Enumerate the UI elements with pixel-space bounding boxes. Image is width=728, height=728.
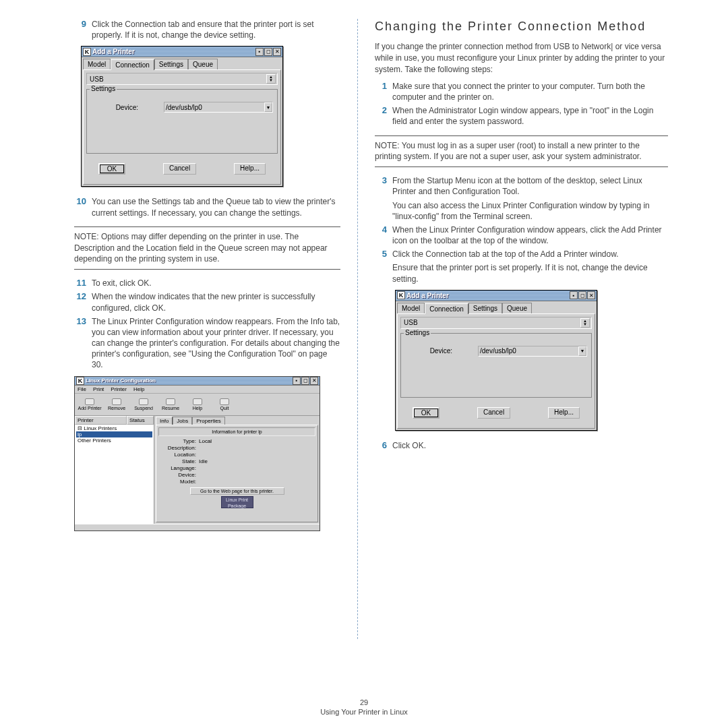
minimize-icon[interactable]: ▪ — [570, 291, 578, 299]
help-button[interactable]: Help... — [548, 407, 580, 419]
tab-bar: Model Connection Settings Queue — [396, 301, 597, 313]
device-combo[interactable]: /dev/usb/lp0 ▼ — [164, 102, 273, 113]
maximize-icon[interactable]: ◻ — [264, 48, 272, 56]
tab-jobs[interactable]: Jobs — [173, 417, 192, 425]
tab-model[interactable]: Model — [83, 59, 111, 69]
remove-icon — [112, 398, 121, 405]
dropdown-icon[interactable]: ▼ — [264, 102, 272, 112]
dropdown-icon[interactable]: ▼ — [578, 346, 586, 356]
close-icon[interactable]: ✕ — [310, 377, 318, 385]
help-button[interactable]: Help — [184, 395, 211, 414]
device-value: /dev/usb/lp0 — [480, 347, 516, 355]
settings-fieldset: Settings Device: /dev/usb/lp0 ▼ — [86, 89, 278, 154]
cancel-button[interactable]: Cancel — [477, 407, 510, 419]
step-number: 13 — [74, 316, 92, 371]
info-panel: Information for printer lp Type:Local De… — [156, 425, 318, 522]
kv-value — [199, 479, 315, 485]
quit-button[interactable]: Quit — [211, 395, 238, 414]
tree-item[interactable]: ⊟ Linux Printers — [76, 425, 152, 431]
spinner-icon[interactable]: ▲▼ — [266, 74, 276, 84]
web-page-button[interactable]: Go to the Web page for this printer. — [190, 487, 284, 495]
spinner-icon[interactable]: ▲▼ — [580, 318, 590, 328]
step-number: 2 — [375, 105, 392, 127]
tab-queue[interactable]: Queue — [502, 303, 532, 313]
tab-info[interactable]: Info — [156, 417, 173, 425]
tab-connection[interactable]: Connection — [111, 59, 154, 70]
menu-help[interactable]: Help — [133, 386, 144, 392]
col-status[interactable]: Status — [127, 416, 154, 425]
tab-panel: USB ▲▼ Settings Device: /dev/usb/lp0 ▼ O… — [83, 69, 281, 185]
app-icon: K — [397, 291, 405, 299]
remove-button[interactable]: Remove — [103, 395, 130, 414]
cancel-button[interactable]: Cancel — [163, 163, 196, 175]
tab-model[interactable]: Model — [397, 303, 425, 313]
kv-value — [199, 465, 315, 471]
device-combo[interactable]: /dev/usb/lp0 ▼ — [478, 346, 587, 357]
kv-key: State: — [158, 458, 199, 464]
step-text: Click OK. — [392, 440, 668, 451]
tree-item[interactable]: lp — [76, 431, 152, 437]
col-printer[interactable]: Printer — [75, 416, 127, 425]
resume-icon — [166, 398, 175, 405]
step-number: 3 — [375, 175, 392, 222]
tab-queue[interactable]: Queue — [188, 59, 218, 69]
step-text: To exit, click OK. — [92, 278, 340, 289]
close-icon[interactable]: ✕ — [587, 291, 595, 299]
tab-settings[interactable]: Settings — [154, 59, 188, 69]
close-icon[interactable]: ✕ — [273, 48, 281, 56]
combo-value: USB — [402, 319, 580, 326]
menu-print[interactable]: Print — [93, 386, 104, 392]
intro-text: If you change the printer connection met… — [375, 41, 668, 75]
minimize-icon[interactable]: ▪ — [293, 377, 301, 385]
step-subtext: You can also access the Linux Printer Co… — [392, 200, 668, 222]
section-title: Changing the Printer Connection Method — [375, 19, 668, 34]
ok-button[interactable]: OK — [98, 163, 125, 175]
step-text: You can use the Settings tab and the Que… — [92, 196, 340, 218]
ok-button[interactable]: OK — [413, 407, 439, 419]
tab-connection[interactable]: Connection — [425, 303, 468, 314]
step-text: Click the Connection tab and ensure that… — [92, 19, 340, 40]
step-text: The Linux Printer Configuration window r… — [92, 316, 340, 371]
connection-type-combo[interactable]: USB ▲▼ — [400, 317, 592, 329]
printer-config-window: K Linux Printer Configuration ▪ ◻ ✕ File… — [74, 376, 320, 531]
toolbar: Add Printer Remove Suspend Resume Help Q… — [75, 394, 320, 416]
menu-file[interactable]: File — [78, 386, 86, 392]
tab-properties[interactable]: Properties — [192, 417, 224, 425]
connection-type-combo[interactable]: USB ▲▼ — [86, 73, 278, 85]
app-icon: K — [76, 377, 84, 385]
tab-settings[interactable]: Settings — [468, 303, 502, 313]
device-label: Device: — [405, 347, 473, 355]
note-box: NOTE: Options may differ depending on th… — [74, 226, 340, 270]
tree-item[interactable]: Other Printers — [76, 437, 152, 444]
step-text: From the Startup Menu icon at the bottom… — [392, 175, 668, 222]
kv-value: Local — [199, 438, 315, 444]
maximize-icon[interactable]: ◻ — [301, 377, 309, 385]
footer-caption: Using Your Printer in Linux — [0, 708, 728, 716]
resume-button[interactable]: Resume — [157, 395, 184, 414]
combo-value: USB — [88, 75, 266, 83]
app-icon: K — [83, 48, 91, 56]
page-number: 29 — [0, 698, 728, 706]
page-footer: 29 Using Your Printer in Linux — [0, 698, 728, 716]
info-header: Information for printer lp — [158, 427, 315, 436]
minimize-icon[interactable]: ▪ — [255, 48, 264, 56]
menubar: File Print Printer Help — [75, 386, 320, 394]
maximize-icon[interactable]: ◻ — [578, 291, 586, 299]
menu-printer[interactable]: Printer — [111, 386, 127, 392]
suspend-icon — [139, 398, 148, 405]
add-printer-dialog: K Add a Printer ▪ ◻ ✕ Model Connection S… — [81, 46, 283, 187]
step-text: Click the Connection tab at the top of t… — [392, 249, 668, 284]
kv-value — [199, 472, 315, 478]
titlebar: K Add a Printer ▪ ◻ ✕ — [396, 291, 597, 301]
settings-fieldset: Settings Device: /dev/usb/lp0 ▼ — [400, 333, 592, 398]
tab-bar: Model Connection Settings Queue — [82, 57, 282, 69]
help-button[interactable]: Help... — [234, 163, 266, 175]
kv-value — [199, 452, 315, 458]
window-title: Add a Printer — [406, 292, 449, 299]
step-subtext: Ensure that the printer port is set prop… — [392, 262, 668, 284]
add-printer-button[interactable]: Add Printer — [76, 395, 103, 414]
suspend-button[interactable]: Suspend — [130, 395, 157, 414]
printer-tree: Printer Status ⊟ Linux Printers lp Other… — [75, 416, 154, 524]
step-text: When the Linux Printer Configuration win… — [392, 224, 668, 246]
step-text: When the Administrator Login window appe… — [392, 105, 668, 127]
